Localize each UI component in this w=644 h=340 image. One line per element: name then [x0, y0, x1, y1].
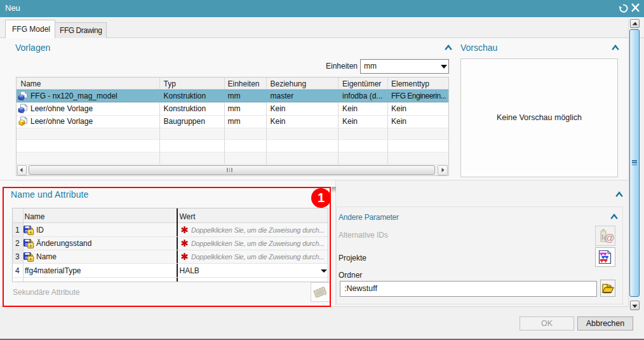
svg-text:@: @ — [605, 233, 615, 243]
